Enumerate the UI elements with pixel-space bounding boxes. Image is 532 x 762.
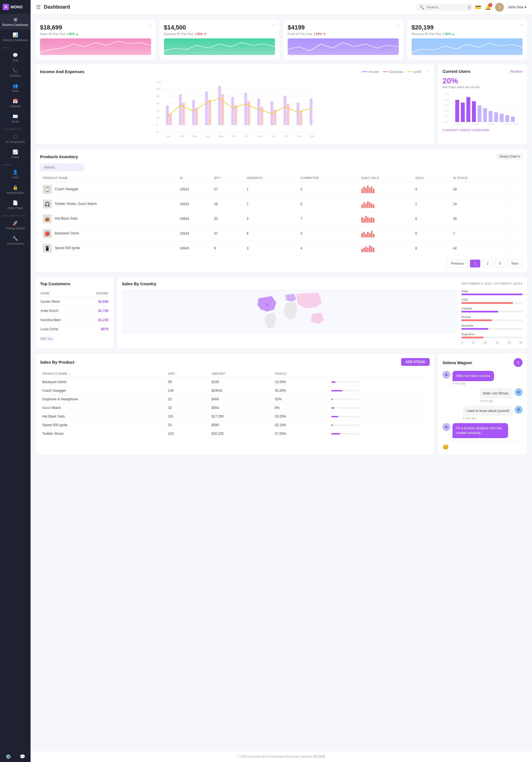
- svg-rect-41: [300, 111, 302, 125]
- sidebar-item-analytics-dashboard[interactable]: 📊 Analytics Dashboard: [0, 30, 31, 45]
- svg-text:20: 20: [157, 116, 159, 119]
- progress-bar-track: [331, 407, 359, 409]
- top-customers-card: Top Customers NAME INCOME Gunter Reich $…: [36, 277, 114, 348]
- sidebar-item-ui-components[interactable]: ▢ UI Components ›: [0, 131, 31, 146]
- chart-menu-icon[interactable]: ⋮: [425, 69, 430, 74]
- table-row: Lucia Christ $875: [40, 325, 109, 334]
- customer-income-cell: $2,580: [83, 297, 109, 306]
- card-menu-icon[interactable]: ⋯: [396, 22, 401, 28]
- row-menu-icon[interactable]: ⋮: [505, 188, 508, 191]
- sidebar-item-email[interactable]: ✉️ Email ›: [0, 111, 31, 126]
- emoji-icon[interactable]: 😊: [442, 444, 449, 450]
- progress-bar-track: [331, 390, 359, 391]
- customers-table: NAME INCOME Gunter Reich $2,580 Anke Kir…: [40, 289, 109, 334]
- sidebar-item-other-pages[interactable]: 📄 Other Pages ›: [0, 197, 31, 213]
- product-variants-cell: 7: [244, 197, 297, 211]
- row-menu-icon[interactable]: ⋮: [505, 202, 508, 206]
- notification-icon[interactable]: 🔔 8: [485, 4, 491, 10]
- product-icon: 👜: [43, 214, 52, 223]
- product-daily-sale-cell: [358, 197, 413, 211]
- svg-rect-68: [461, 103, 465, 122]
- svg-rect-72: [483, 108, 487, 122]
- country-content: India USA Canada Russia Australia Argent…: [122, 289, 523, 344]
- col-committed: COMMITTED ↕: [298, 174, 358, 182]
- add-stock-button[interactable]: ADD STOCK: [401, 358, 430, 366]
- svg-text:Dec: Dec: [310, 135, 315, 138]
- income-expenses-chart: 120 100 88 60 40 20 0 -20: [40, 78, 430, 139]
- sidebar-item-contacts[interactable]: 📞 Contacts: [0, 65, 31, 80]
- sidebar-item-customization[interactable]: 🔧 Customization ›: [0, 233, 31, 248]
- card-menu-icon[interactable]: ⋯: [520, 22, 524, 28]
- page-1-button[interactable]: 1: [470, 260, 480, 267]
- product-daily-sale-cell: [358, 241, 413, 256]
- sales-sold-cell: 27.05%: [273, 429, 329, 438]
- country-bars: India USA Canada Russia Australia Argent…: [461, 289, 523, 344]
- col-daily-sale: DAILY SALE: [358, 174, 413, 182]
- sidebar-item-label: Email: [12, 120, 19, 123]
- chevron-right-icon: ›: [28, 153, 29, 156]
- chat-message: R I want to know about yourself 3 mins a…: [442, 406, 523, 420]
- wallet-icon[interactable]: 💳: [475, 4, 481, 10]
- current-users-link[interactable]: CURRENT USERS OVERVIEW: [442, 128, 523, 132]
- chart-legend: Income Expenses profit: [362, 70, 421, 73]
- svg-text:28.00: 28.00: [444, 99, 449, 101]
- sales-country-title: Sales By Country: [122, 281, 156, 286]
- next-button[interactable]: Next: [507, 260, 523, 267]
- sidebar-item-getting-started[interactable]: 🚀 Getting Started: [0, 218, 31, 233]
- calendar-icon: 📅: [13, 99, 18, 104]
- search-icon: 🔍: [419, 5, 424, 9]
- chat-time: 4 mins ago: [452, 382, 494, 385]
- sidebar-item-authentication[interactable]: 🔒 Authentication ›: [0, 182, 31, 197]
- product-qty-cell: 18: [211, 197, 244, 211]
- footer-text: © 2023 Copyright Mono Dashboard Bootstra…: [237, 755, 326, 758]
- sidebar-item-chat[interactable]: 💬 Chat: [0, 50, 31, 65]
- chat-card: Selena Wagner S A Hello my name is anna.…: [438, 353, 527, 455]
- sales-product-name-cell: Gucci Watch: [40, 404, 166, 412]
- col-unit: UNIT ↕: [166, 370, 209, 378]
- sales-amount-cell: $20,225: [209, 429, 273, 438]
- svg-text:Jun: Jun: [232, 135, 236, 138]
- row-menu-icon[interactable]: ⋮: [505, 217, 508, 221]
- product-daily-sale-cell: [358, 226, 413, 241]
- card-menu-icon[interactable]: ⋯: [272, 22, 276, 28]
- realtime-label[interactable]: Realtime: [511, 70, 523, 73]
- world-map: [122, 289, 458, 334]
- sidebar-item-team[interactable]: 👥 Team: [0, 80, 31, 96]
- row-menu-icon[interactable]: ⋮: [505, 246, 508, 250]
- yearly-chart-button[interactable]: Yearly Chart ▾: [496, 153, 523, 160]
- card-menu-icon[interactable]: ⋯: [148, 22, 153, 28]
- sidebar-item-business-dashboard[interactable]: ⊞ Business Dashboard: [0, 14, 31, 30]
- chat-bubble: Hello i am Riman.: [480, 388, 512, 399]
- search-input[interactable]: [426, 5, 465, 9]
- svg-rect-24: [192, 100, 195, 125]
- products-search-input[interactable]: [40, 164, 85, 171]
- previous-button[interactable]: Previous: [447, 260, 468, 267]
- menu-toggle[interactable]: ☰: [36, 4, 40, 10]
- svg-rect-40: [297, 103, 299, 125]
- sales-amount-cell: $590: [209, 421, 273, 429]
- page-3-button[interactable]: 3: [495, 260, 505, 267]
- username[interactable]: John Doe ▾: [508, 5, 526, 9]
- sidebar-item-user[interactable]: 👤 User ›: [0, 167, 31, 182]
- sidebar-item-calendar[interactable]: 📅 Calendar: [0, 96, 31, 111]
- col-actions: [502, 174, 523, 182]
- product-variants-cell: 3: [244, 211, 297, 226]
- page-2-button[interactable]: 2: [483, 260, 493, 267]
- chat-bottom-icon[interactable]: 💬: [20, 754, 25, 759]
- row-menu-icon[interactable]: ⋮: [505, 232, 508, 235]
- progress-bar-track: [331, 424, 359, 426]
- legend-expenses: Expenses: [383, 70, 403, 73]
- see-all-link[interactable]: SEE ALL: [40, 337, 109, 341]
- settings-icon[interactable]: ⚙️: [6, 754, 11, 759]
- chart-title: Income And Expenses: [40, 69, 85, 74]
- product-sold-cell: 6: [413, 226, 450, 241]
- col-product-name: PRODUCT NAME ↕: [40, 174, 177, 182]
- sales-sold-cell: 35.28%: [273, 386, 329, 395]
- date-range[interactable]: SEPTEMBER 8, 2023 - OCTOBER 8, 2023 ▾: [461, 282, 523, 285]
- current-users-card: Current Users Realtime 20% Ave Page view…: [438, 64, 527, 144]
- country-bar-fill: [461, 319, 492, 321]
- stat-chart: [288, 38, 399, 55]
- sidebar-item-charts[interactable]: 📈 Charts ›: [0, 146, 31, 162]
- sidebar-item-label: Customization: [6, 242, 24, 246]
- stats-row: ⋯ $18,699 Sales Of This Year | 45% ▲ ⋯ $…: [36, 20, 527, 59]
